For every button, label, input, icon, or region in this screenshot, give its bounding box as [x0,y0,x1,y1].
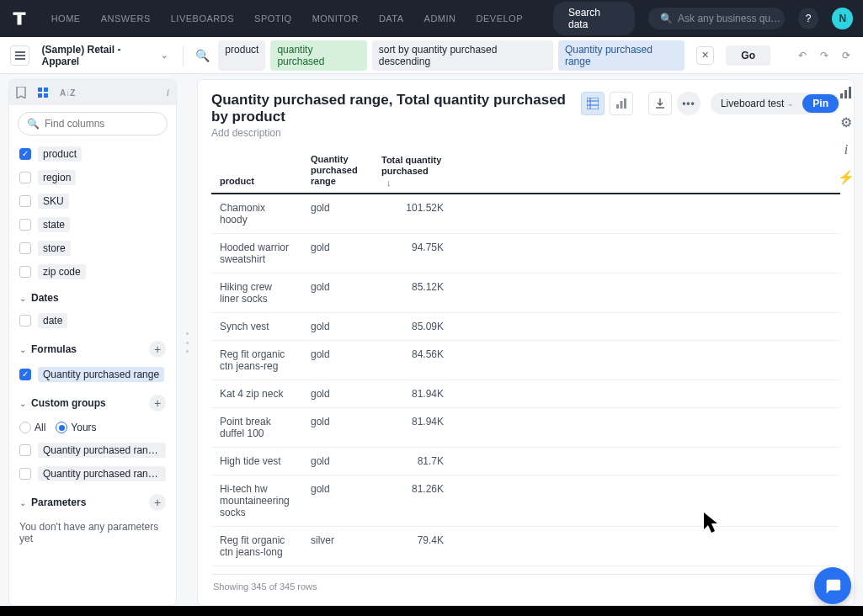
section-parameters[interactable]: ⌄ Parameters + [18,486,168,516]
table-row[interactable]: Hooded warrior sweatshirtgold94.75K [211,233,840,273]
column-item[interactable]: state [18,213,168,236]
radio-yours[interactable]: Yours [56,422,96,433]
column-item[interactable]: store [18,236,168,260]
section-dates[interactable]: ⌄ Dates [18,284,168,309]
answer-title[interactable]: Quantity purchased range, Total quantity… [211,92,581,125]
add-custom-group-button[interactable]: + [149,395,166,412]
column-item[interactable]: date [18,309,168,332]
divider [183,45,184,66]
nav-link-answers[interactable]: ANSWERS [93,8,159,29]
checkbox[interactable] [19,266,31,278]
search-pills[interactable]: productquantity purchasedsort by quantit… [218,40,684,71]
add-parameter-button[interactable]: + [149,494,166,511]
nav-link-monitor[interactable]: MONITOR [304,8,367,29]
nav-link-spotiq[interactable]: SPOTIQ [246,8,301,29]
checkbox[interactable] [19,219,31,231]
section-title: Dates [31,292,166,304]
find-columns-field[interactable] [45,118,158,130]
search-pill[interactable]: sort by quantity purchased descending [372,40,553,71]
right-rail: ⚙ i ⚡ [829,74,863,185]
download-button[interactable] [648,92,672,115]
ask-business-input[interactable]: 🔍 Ask any business qu… [648,8,785,29]
column-item[interactable]: Quantity purchased range [18,363,168,386]
search-pill[interactable]: Quantity purchased range [558,40,685,71]
nav-link-data[interactable]: DATA [370,8,413,29]
table-row[interactable]: Reg fit organic ctn jeans-reggold84.56K [211,340,840,380]
search-bar: (Sample) Retail - Apparel ⌄ 🔍 productqua… [0,37,863,74]
search-pill[interactable]: product [218,40,265,71]
col-header-range[interactable]: Quantity purchased range [302,149,373,194]
checkbox[interactable] [19,242,31,254]
avatar[interactable]: N [832,8,853,29]
column-item[interactable]: region [18,166,168,189]
spotiq-icon[interactable]: ⚡ [838,169,855,185]
table-row[interactable]: Hi-tech hw mountaineering socksgold81.26… [211,475,840,526]
go-button[interactable]: Go [726,45,770,66]
checkbox[interactable] [19,172,31,183]
cell-total: 81.26K [373,475,452,526]
clear-search-button[interactable]: ✕ [696,46,715,65]
grid-view-icon[interactable] [38,88,48,98]
settings-icon[interactable]: ⚙ [840,114,852,130]
nav-link-admin[interactable]: ADMIN [416,8,465,29]
svg-rect-1 [18,15,22,25]
table-row[interactable]: Chamonix hoodygold101.52K [211,194,840,234]
search-data-button[interactable]: Search data [553,2,635,35]
column-label: store [38,241,71,256]
add-formula-button[interactable]: + [149,341,166,358]
table-row[interactable]: Kat 4 zip neckgold81.94K [211,380,840,407]
search-pill[interactable]: quantity purchased [270,40,366,71]
info-icon[interactable]: i [844,142,848,157]
liveboard-selector[interactable]: Liveboard test ⌄ [712,94,802,113]
parameters-empty: You don't have any parameters yet [18,516,168,544]
column-item[interactable]: zip code [18,260,168,284]
bookmark-icon[interactable] [16,87,26,98]
find-columns-input[interactable]: 🔍 [18,112,168,135]
col-header-total[interactable]: Total quantity purchased↓ [373,149,452,194]
column-item[interactable]: SKU [18,189,168,213]
col-header-product[interactable]: product [211,149,302,194]
sort-az-icon[interactable]: A↓Z [60,88,75,98]
column-item[interactable]: Quantity purchased rang… [18,462,168,486]
results-table-wrapper[interactable]: product Quantity purchased range Total q… [211,149,840,575]
table-view-button[interactable] [581,92,605,115]
table-row[interactable]: High tide vestgold81.7K [211,447,840,475]
cell-range: gold [302,475,373,526]
chart-view-button[interactable] [610,92,633,115]
section-custom-groups[interactable]: ⌄ Custom groups + [18,386,168,417]
table-row[interactable]: Relax fit organic ctn jeans-regsilver79.… [211,566,840,575]
chevron-down-icon: ⌄ [161,50,168,60]
section-formulas[interactable]: ⌄ Formulas + [18,332,168,363]
menu-icon[interactable] [10,45,29,66]
checkbox[interactable] [19,315,31,327]
nav-link-home[interactable]: HOME [43,8,89,29]
checkbox[interactable] [19,468,31,480]
redo-icon[interactable]: ↷ [818,49,831,62]
cell-range: gold [302,407,373,447]
column-item[interactable]: product [18,142,168,166]
data-source-selector[interactable]: (Sample) Retail - Apparel ⌄ [36,44,173,67]
column-item[interactable]: Quantity purchased rang… [18,438,168,462]
table-row[interactable]: Hiking crew liner socksgold85.12K [211,273,840,312]
checkbox[interactable] [19,148,31,160]
checkbox[interactable] [19,444,31,456]
undo-icon[interactable]: ↶ [796,49,809,62]
cell-total: 84.56K [373,340,452,380]
checkbox[interactable] [19,195,31,207]
refresh-icon[interactable]: ⟳ [839,49,853,62]
chat-button[interactable] [814,567,851,604]
nav-link-liveboards[interactable]: LIVEBOARDS [162,8,242,29]
table-row[interactable]: Synch vestgold85.09K [211,312,840,340]
panel-resizer[interactable] [184,79,190,606]
info-icon[interactable]: i [167,87,169,99]
nav-link-develop[interactable]: DEVELOP [468,8,531,29]
radio-all[interactable]: All [19,422,45,433]
more-options-button[interactable]: ••• [677,92,701,115]
help-button[interactable]: ? [798,8,819,29]
table-row[interactable]: Point break duffel 100gold81.94K [211,407,840,447]
checkbox[interactable] [19,369,31,380]
app-logo-icon[interactable] [10,8,29,29]
insights-icon[interactable] [839,86,853,103]
answer-description[interactable]: Add description [211,127,581,139]
table-row[interactable]: Reg fit organic ctn jeans-longsilver79.4… [211,526,840,566]
